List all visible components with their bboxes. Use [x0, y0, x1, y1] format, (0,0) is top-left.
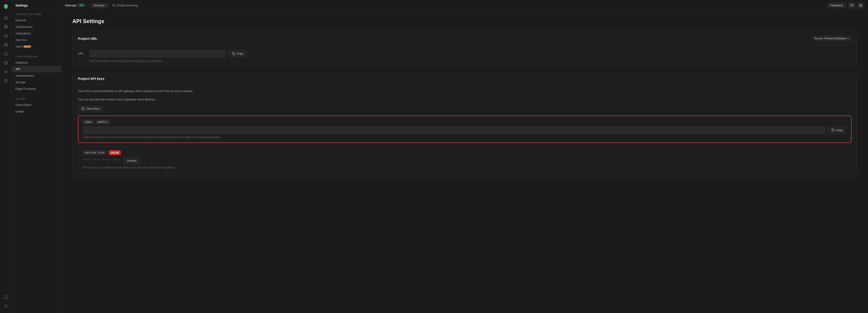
sidebar-item-general-label: General — [16, 19, 26, 22]
nav-inbox-icon[interactable] — [2, 32, 10, 40]
source-selector[interactable]: Source: Primary Database — [811, 35, 851, 41]
nav-reports-icon[interactable] — [2, 302, 10, 310]
branch-chevron-icon — [105, 4, 106, 7]
anon-key-input[interactable] — [83, 126, 825, 134]
section-configuration: CONFIGURATION Database API Authenticatio… — [12, 52, 61, 94]
svg-rect-23 — [233, 53, 235, 55]
api-keys-desc-line1: Your API is secured behind an API gatewa… — [78, 89, 851, 94]
service-role-key-hint: This key has the ability to bypass Row L… — [83, 166, 847, 169]
nav-layout-icon[interactable] — [2, 41, 10, 49]
enable-branching-label: Enable branching — [117, 4, 138, 7]
sidebar-item-storage-label: Storage — [16, 81, 26, 84]
main-content: Descope Pro Descope / Enable branching F… — [61, 0, 868, 313]
svg-marker-10 — [4, 70, 7, 74]
url-copy-label: Copy — [237, 52, 243, 55]
nav-lock-icon[interactable] — [2, 50, 10, 58]
anon-key-copy-button[interactable]: Copy — [828, 126, 846, 134]
svg-rect-5 — [6, 43, 7, 44]
anon-key-tags: anon public — [83, 120, 846, 124]
nav-ai-icon[interactable] — [2, 77, 10, 85]
url-input[interactable] — [90, 50, 225, 57]
breadcrumb-separator2: / — [110, 4, 111, 7]
project-url-card-title: Project URL — [78, 37, 97, 40]
service-role-reveal-button[interactable]: Reveal — [123, 157, 140, 164]
enable-branching-btn[interactable]: Enable branching — [112, 4, 138, 7]
pro-badge: Pro — [78, 4, 85, 7]
svg-point-12 — [5, 81, 6, 82]
nav-billing-icon[interactable] — [2, 293, 10, 301]
sidebar-item-api[interactable]: API — [12, 66, 61, 73]
breadcrumb-separator — [86, 3, 90, 7]
sidebar-item-subscription[interactable]: Subscription — [12, 102, 61, 108]
sidebar-item-subscription-label: Subscription — [16, 103, 32, 107]
api-keys-card-body: Your API is secured behind an API gatewa… — [72, 84, 857, 177]
project-url-card: Project URL Source: Primary Database URL… — [72, 31, 857, 67]
vault-beta-badge: BETA — [23, 45, 31, 48]
source-chevron-icon — [847, 37, 848, 40]
sidebar-item-edge-functions-label: Edge Functions — [16, 87, 36, 90]
app-logo[interactable] — [2, 3, 9, 10]
url-hint: RESTful endpoint for querying and managi… — [90, 59, 851, 63]
service-role-masked-value: **** **** **** **** — [83, 159, 121, 163]
secret-tag: secret — [109, 150, 121, 155]
branch-selector[interactable]: Descope — [91, 3, 108, 8]
topbar: Descope Pro Descope / Enable branching F… — [61, 0, 868, 11]
mail-icon-btn[interactable] — [848, 2, 855, 9]
sidebar-item-addons[interactable]: Add Ons — [12, 37, 61, 43]
anon-key-row: anon public Copy This key is safe to use… — [78, 116, 851, 143]
url-copy-button[interactable]: Copy — [228, 50, 247, 57]
project-url-card-header: Project URL Source: Primary Database — [72, 31, 857, 45]
sidebar-item-usage[interactable]: Usage — [12, 108, 61, 115]
sidebar-item-storage[interactable]: Storage — [12, 79, 61, 85]
section-label-project: PROJECT SETTINGS — [12, 13, 61, 17]
sidebar-item-api-label: API — [16, 67, 20, 71]
nav-storage-icon[interactable] — [2, 59, 10, 67]
nav-home-icon[interactable] — [2, 13, 10, 22]
anon-key-hint: This key is safe to use in a browser if … — [83, 136, 846, 139]
anon-tag: anon — [83, 120, 94, 124]
topbar-actions: Feedback — [827, 2, 864, 9]
breadcrumb: Descope Pro Descope / Enable branching — [65, 3, 138, 8]
service-role-tag: service_role — [83, 150, 106, 155]
sidebar-item-integrations[interactable]: Integrations — [12, 30, 61, 37]
sidebar-item-infrastructure[interactable]: Infrastructure — [12, 24, 61, 30]
api-keys-card-header: Project API keys — [72, 72, 857, 84]
sidebar-item-edge-functions[interactable]: Edge Functions — [12, 85, 61, 92]
sidebar-item-integrations-label: Integrations — [16, 32, 31, 35]
svg-rect-4 — [4, 43, 5, 44]
source-label: Source: Primary Database — [814, 37, 846, 40]
anon-key-input-row: Copy — [83, 126, 846, 134]
service-role-key-row: service_role secret **** **** **** **** … — [78, 146, 851, 173]
anon-copy-label: Copy — [836, 129, 843, 132]
page-title: API Settings — [72, 18, 857, 24]
sidebar-item-vault-label: Vault — [16, 45, 22, 48]
sidebar-item-usage-label: Usage — [16, 110, 24, 113]
sidebar-item-authentication-label: Authentication — [16, 74, 34, 77]
svg-rect-13 — [4, 295, 7, 298]
svg-rect-8 — [4, 54, 7, 55]
sidebar-item-addons-label: Add Ons — [16, 38, 27, 41]
api-keys-card-title: Project API keys — [78, 77, 104, 81]
sidebar-item-infrastructure-label: Infrastructure — [16, 25, 33, 28]
svg-rect-7 — [4, 45, 5, 46]
api-keys-desc-line2: You can use the keys below in the Supaba… — [78, 97, 851, 102]
feedback-button[interactable]: Feedback — [827, 2, 846, 8]
svg-point-19 — [114, 6, 115, 6]
nav-table-icon[interactable] — [2, 23, 10, 31]
api-keys-card: Project API keys Your API is secured beh… — [72, 72, 857, 178]
client-docs-button[interactable]: Client Docs — [78, 106, 103, 112]
svg-point-20 — [113, 4, 114, 5]
svg-rect-0 — [4, 25, 7, 28]
project-url-card-body: URL Copy RESTful endpoint for querying a… — [72, 45, 857, 67]
public-tag: public — [96, 120, 110, 124]
sidebar-item-vault[interactable]: Vault BETA — [12, 43, 61, 50]
sidebar-item-database[interactable]: Database — [12, 59, 61, 66]
sidebar-item-authentication[interactable]: Authentication — [12, 73, 61, 79]
service-role-key-tags: service_role secret — [83, 150, 847, 155]
settings-icon-btn[interactable] — [857, 2, 864, 9]
content-area: API Settings Project URL Source: Primary… — [61, 11, 868, 313]
sidebar-item-general[interactable]: General — [12, 17, 61, 24]
nav-functions-icon[interactable] — [2, 68, 10, 76]
section-label-config: CONFIGURATION — [12, 55, 61, 59]
branch-name: Descope — [93, 4, 104, 7]
